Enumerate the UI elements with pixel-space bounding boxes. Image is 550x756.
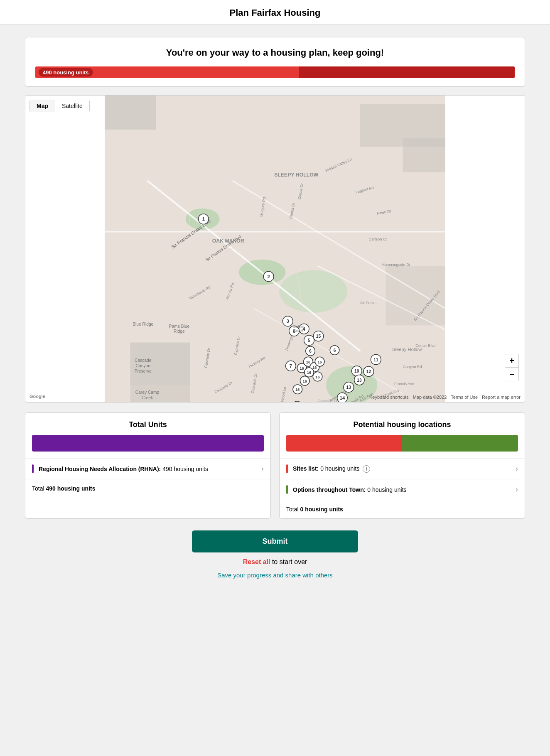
progress-card: You're on your way to a housing plan, ke… bbox=[25, 37, 525, 87]
save-link[interactable]: Save your progress and share with others bbox=[217, 572, 333, 579]
progress-bar-filled: 490 housing units bbox=[35, 66, 299, 78]
svg-text:15: 15 bbox=[316, 334, 321, 339]
options-row[interactable]: Options throughout Town: 0 housing units… bbox=[280, 479, 525, 500]
svg-text:11: 11 bbox=[373, 358, 378, 362]
rhna-arrow: › bbox=[261, 464, 264, 473]
svg-text:Preserve: Preserve bbox=[135, 369, 152, 373]
reset-line: Reset all to start over bbox=[243, 558, 307, 566]
zoom-out-button[interactable]: − bbox=[505, 368, 518, 381]
svg-text:16: 16 bbox=[306, 360, 310, 364]
svg-text:Sir Fran...: Sir Fran... bbox=[360, 301, 377, 305]
sites-info-icon[interactable]: i bbox=[363, 465, 370, 473]
svg-text:5: 5 bbox=[308, 338, 310, 343]
svg-point-9 bbox=[279, 270, 347, 313]
svg-text:16: 16 bbox=[307, 371, 311, 375]
sites-left-bar bbox=[286, 464, 288, 473]
svg-text:Mommingside Dr: Mommingside Dr bbox=[381, 263, 410, 267]
svg-text:16: 16 bbox=[315, 375, 319, 379]
svg-text:13: 13 bbox=[346, 385, 351, 390]
svg-text:Canyon: Canyon bbox=[136, 363, 151, 368]
map-controls: Map Satellite bbox=[29, 100, 90, 112]
svg-text:16: 16 bbox=[303, 379, 307, 383]
submit-button[interactable]: Submit bbox=[192, 530, 358, 552]
svg-text:7: 7 bbox=[290, 363, 292, 368]
rhna-text: Regional Housing Needs Allocation (RHNA)… bbox=[39, 466, 258, 472]
total-units-total-row: Total 490 housing units bbox=[25, 479, 270, 498]
svg-text:Canyon Rd: Canyon Rd bbox=[403, 365, 422, 369]
progress-title: You're on your way to a housing plan, ke… bbox=[35, 47, 515, 58]
total-units-panel: Total Units Regional Housing Needs Alloc… bbox=[25, 412, 271, 519]
options-value: 0 housing units bbox=[367, 486, 406, 493]
potential-total-value: 0 housing units bbox=[300, 506, 343, 513]
options-arrow: › bbox=[516, 485, 518, 494]
map-footer-terms[interactable]: Terms of Use bbox=[451, 395, 478, 400]
svg-text:OAK MANOR: OAK MANOR bbox=[212, 238, 244, 244]
map-container: Map Satellite bbox=[25, 95, 525, 403]
svg-text:12: 12 bbox=[366, 369, 371, 374]
map-footer: Keyboard shortcuts Map data ©2022 Terms … bbox=[369, 395, 521, 400]
rhna-value: 490 housing units bbox=[162, 466, 208, 472]
map-tab-satellite[interactable]: Satellite bbox=[55, 100, 89, 112]
potential-housing-title: Potential housing locations bbox=[280, 413, 525, 435]
bottom-panels: Total Units Regional Housing Needs Alloc… bbox=[25, 412, 525, 519]
svg-text:Carlson Ct: Carlson Ct bbox=[369, 237, 387, 241]
potential-bar-red bbox=[286, 435, 402, 452]
svg-text:Ridge: Ridge bbox=[174, 329, 185, 334]
svg-text:6: 6 bbox=[309, 349, 312, 353]
sites-label: Sites list: bbox=[293, 465, 319, 472]
svg-text:2: 2 bbox=[267, 274, 270, 279]
potential-bar-green bbox=[402, 435, 518, 452]
svg-text:13: 13 bbox=[357, 378, 362, 383]
sites-arrow: › bbox=[516, 464, 518, 473]
rhna-row[interactable]: Regional Housing Needs Allocation (RHNA)… bbox=[25, 458, 270, 479]
zoom-in-button[interactable]: + bbox=[505, 354, 518, 368]
potential-total-label: Total bbox=[286, 506, 299, 513]
svg-rect-1 bbox=[105, 96, 156, 130]
svg-text:10: 10 bbox=[354, 369, 359, 373]
svg-text:Sleepy Hollow: Sleepy Hollow bbox=[392, 347, 422, 352]
svg-text:Bothin: Bothin bbox=[293, 324, 304, 329]
reset-suffix: to start over bbox=[272, 558, 307, 565]
sites-text: Sites list: 0 housing units i bbox=[293, 465, 512, 473]
progress-bar-remaining bbox=[299, 66, 515, 78]
svg-text:1: 1 bbox=[202, 216, 205, 221]
options-left-bar bbox=[286, 485, 288, 494]
reset-link[interactable]: Reset all bbox=[243, 558, 270, 565]
svg-text:Creek: Creek bbox=[142, 395, 153, 400]
svg-text:16: 16 bbox=[312, 366, 317, 370]
rhna-left-bar bbox=[32, 464, 34, 473]
svg-text:14: 14 bbox=[340, 395, 345, 400]
svg-text:16: 16 bbox=[300, 366, 304, 371]
map-footer-shortcuts[interactable]: Keyboard shortcuts bbox=[369, 395, 409, 400]
potential-bar-container bbox=[286, 435, 518, 452]
progress-bar: 490 housing units bbox=[35, 66, 515, 78]
svg-text:16: 16 bbox=[317, 360, 322, 364]
sites-list-row[interactable]: Sites list: 0 housing units i › bbox=[280, 458, 525, 479]
rhna-label: Regional Housing Needs Allocation (RHNA)… bbox=[39, 466, 161, 472]
page-title: Plan Fairfax Housing bbox=[0, 0, 550, 25]
potential-total-row: Total 0 housing units bbox=[280, 500, 525, 518]
map-tab-map[interactable]: Map bbox=[30, 100, 55, 112]
map-svg: Sir Francis Drake Blvd Sir Francis Drake… bbox=[25, 96, 525, 402]
svg-text:Carey Camp: Carey Camp bbox=[135, 390, 160, 395]
svg-text:Blue Ridge: Blue Ridge bbox=[133, 322, 153, 326]
svg-text:3: 3 bbox=[287, 319, 289, 324]
svg-text:16: 16 bbox=[295, 388, 300, 392]
submit-section: Submit Reset all to start over Save your… bbox=[25, 530, 525, 595]
options-text: Options throughout Town: 0 housing units bbox=[293, 486, 512, 493]
svg-text:Pams Blue: Pams Blue bbox=[169, 324, 190, 329]
map-zoom-controls: + − bbox=[505, 354, 519, 381]
map-footer-data: Map data ©2022 bbox=[413, 395, 447, 400]
svg-text:Creek: Creek bbox=[293, 329, 304, 333]
potential-housing-panel: Potential housing locations Sites list: … bbox=[279, 412, 525, 519]
map-footer-error[interactable]: Report a map error bbox=[482, 395, 521, 400]
svg-rect-3 bbox=[403, 138, 446, 172]
sites-value: 0 housing units bbox=[320, 465, 359, 472]
svg-text:Cascade: Cascade bbox=[135, 358, 152, 363]
total-units-total-label: Total bbox=[32, 485, 44, 492]
google-logo: Google bbox=[29, 394, 45, 399]
total-units-bar bbox=[32, 435, 264, 452]
total-units-total-value: 490 housing units bbox=[46, 485, 95, 492]
options-label: Options throughout Town: bbox=[293, 486, 366, 493]
svg-text:Center Blvd: Center Blvd bbox=[415, 344, 435, 348]
